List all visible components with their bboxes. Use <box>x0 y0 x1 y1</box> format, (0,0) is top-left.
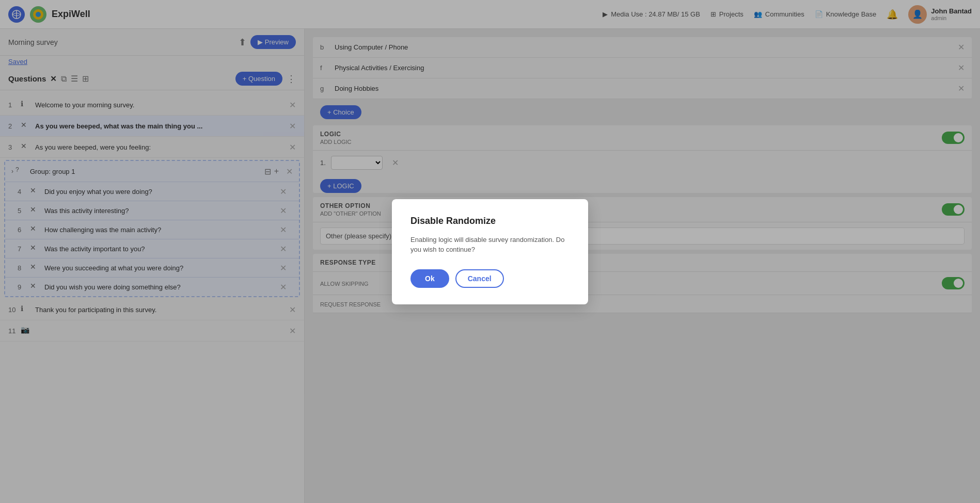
modal-overlay: Disable Randomize Enabling logic will di… <box>0 0 980 503</box>
modal-ok-button[interactable]: Ok <box>410 269 449 288</box>
modal-title: Disable Randomize <box>410 216 570 226</box>
modal-buttons: Ok Cancel <box>410 269 570 288</box>
disable-randomize-modal: Disable Randomize Enabling logic will di… <box>392 199 588 304</box>
modal-cancel-button[interactable]: Cancel <box>455 269 504 288</box>
modal-message: Enabling logic will disable survey rando… <box>410 235 570 255</box>
